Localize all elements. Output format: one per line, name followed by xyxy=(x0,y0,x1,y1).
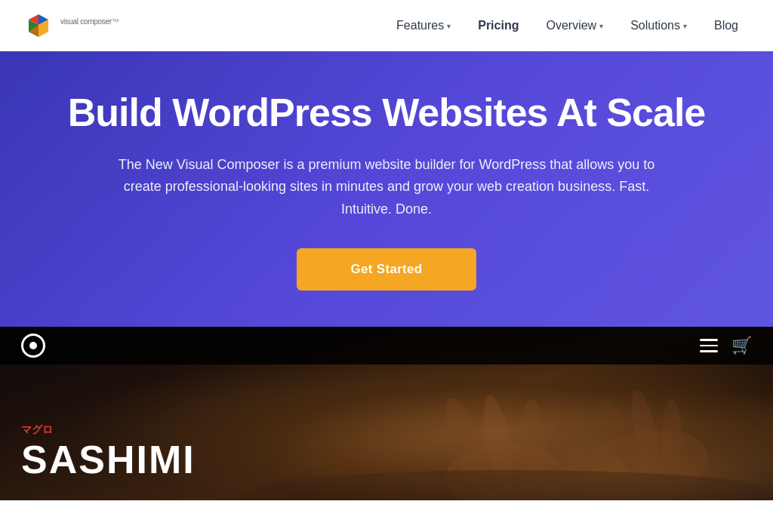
preview-logo-inner-dot xyxy=(29,342,37,349)
logo-text: visual composer™ xyxy=(60,17,119,33)
hamburger-icon[interactable] xyxy=(700,339,718,352)
preview-navbar: 🛒 xyxy=(0,327,773,364)
nav-item-pricing[interactable]: Pricing xyxy=(467,13,529,38)
chevron-down-icon: ▾ xyxy=(447,22,451,30)
logo-icon xyxy=(24,11,53,40)
chevron-down-icon: ▾ xyxy=(599,22,603,30)
preview-section: 🛒 マグロ SASHIMI xyxy=(0,327,773,500)
svg-point-15 xyxy=(662,399,682,478)
preview-logo-icon xyxy=(21,334,45,358)
nav-item-solutions[interactable]: Solutions ▾ xyxy=(620,13,698,38)
nav-item-blog[interactable]: Blog xyxy=(704,13,749,38)
cart-icon[interactable]: 🛒 xyxy=(731,336,752,355)
preview-japanese-label: マグロ xyxy=(21,423,196,437)
get-started-button[interactable]: Get Started xyxy=(297,248,477,291)
hero-title: Build WordPress Websites At Scale xyxy=(24,91,749,136)
nav-item-overview[interactable]: Overview ▾ xyxy=(535,13,614,38)
nav-item-features[interactable]: Features ▾ xyxy=(386,13,461,38)
chevron-down-icon: ▾ xyxy=(683,22,687,30)
main-nav: Features ▾ Pricing Overview ▾ Solutions … xyxy=(386,13,749,38)
hero-subtitle: The New Visual Composer is a premium web… xyxy=(115,154,658,221)
hero-section: Build WordPress Websites At Scale The Ne… xyxy=(0,51,773,327)
header: visual composer™ Features ▾ Pricing Over… xyxy=(0,0,773,51)
logo[interactable]: visual composer™ xyxy=(24,11,119,40)
preview-nav-icons: 🛒 xyxy=(700,336,752,355)
preview-title: SASHIMI xyxy=(21,440,196,479)
preview-content: マグロ SASHIMI xyxy=(21,423,196,479)
